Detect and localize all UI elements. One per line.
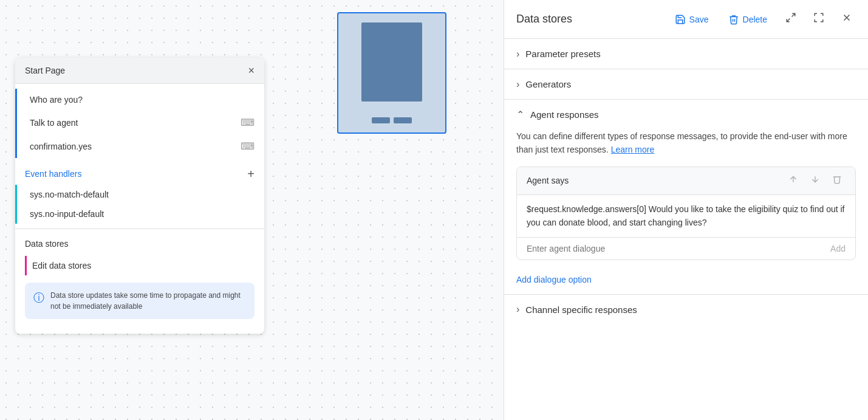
event-bar xyxy=(15,185,17,204)
flow-card-buttons xyxy=(372,117,412,123)
agent-responses-title: Agent responses xyxy=(530,109,599,120)
nav-item-confirmation-yes[interactable]: confirmation.yes ⌨ xyxy=(15,134,264,158)
document-icon: ⌨ xyxy=(241,140,255,152)
center-panel xyxy=(279,0,504,420)
nav-active-bar xyxy=(15,89,17,111)
save-label: Save xyxy=(689,15,709,24)
sidebar-card: Start Page × Who are you? Talk to agent … xyxy=(15,58,264,334)
agent-responses-desc-text: You can define different types of respon… xyxy=(516,131,847,154)
channel-responses-section[interactable]: › Channel specific responses xyxy=(504,295,868,325)
data-stores-bar xyxy=(25,256,27,275)
parameter-presets-title: Parameter presets xyxy=(525,49,600,59)
generators-section[interactable]: › Generators xyxy=(504,69,868,100)
nav-item-who-are-you[interactable]: Who are you? xyxy=(15,89,264,111)
data-stores-section: Data stores Edit data stores xyxy=(15,229,264,275)
learn-more-link[interactable]: Learn more xyxy=(611,145,655,154)
info-box: ⓘ Data store updates take some time to p… xyxy=(25,283,255,319)
agent-responses-section: ⌃ Agent responses You can define differe… xyxy=(504,100,868,295)
trash-icon xyxy=(832,174,842,184)
right-panel-title: Data stores xyxy=(516,13,660,26)
sidebar-content: Who are you? Talk to agent ⌨ confirmatio… xyxy=(15,84,264,334)
data-stores-link[interactable]: Edit data stores xyxy=(25,256,255,275)
expand-icon xyxy=(785,12,796,23)
chevron-down-icon: › xyxy=(516,49,519,59)
event-item-no-match[interactable]: sys.no-match-default xyxy=(15,185,264,204)
event-bar xyxy=(15,204,17,224)
agent-says-content: $request.knowledge.answers[0] Would you … xyxy=(517,195,855,238)
event-item-no-input[interactable]: sys.no-input-default xyxy=(15,204,264,224)
right-panel: Data stores Save Delete xyxy=(504,0,868,420)
info-text: Data store updates take some time to pro… xyxy=(50,290,246,312)
agent-dialogue-input[interactable] xyxy=(527,244,830,253)
sidebar-close-button[interactable]: × xyxy=(248,65,255,76)
add-event-handler-button[interactable]: + xyxy=(247,168,255,180)
event-handlers-title: Event handlers xyxy=(25,169,81,179)
move-up-button[interactable] xyxy=(785,173,802,188)
data-stores-link-label: Edit data stores xyxy=(32,261,91,270)
nav-item-talk-to-agent[interactable]: Talk to agent ⌨ xyxy=(15,111,264,134)
sidebar-title: Start Page xyxy=(25,66,65,75)
event-item-label: sys.no-match-default xyxy=(30,190,109,199)
flow-card-btn-1 xyxy=(372,117,390,123)
flow-diagram-card xyxy=(337,12,446,134)
nav-active-bar xyxy=(15,111,17,134)
left-panel: Start Page × Who are you? Talk to agent … xyxy=(0,0,279,420)
chevron-down-icon: › xyxy=(516,305,519,314)
agent-says-input-row: Add xyxy=(517,238,855,260)
nav-item-label: confirmation.yes xyxy=(30,142,92,151)
nav-item-label: Who are you? xyxy=(30,95,83,105)
agent-says-box: Agent says xyxy=(516,167,856,260)
save-button[interactable]: Save xyxy=(670,12,714,27)
flow-card-btn-2 xyxy=(394,117,412,123)
delete-response-button[interactable] xyxy=(829,173,846,188)
svg-line-0 xyxy=(792,13,795,16)
flow-card-inner xyxy=(361,22,422,102)
event-item-label: sys.no-input-default xyxy=(30,209,104,219)
move-down-button[interactable] xyxy=(807,173,824,188)
sidebar-header: Start Page × xyxy=(15,58,264,84)
delete-icon xyxy=(728,14,739,25)
agent-says-label: Agent says xyxy=(527,176,780,185)
agent-responses-description: You can define different types of respon… xyxy=(516,129,856,167)
close-panel-button[interactable] xyxy=(838,10,856,29)
right-panel-header: Data stores Save Delete xyxy=(504,0,868,39)
dialogue-add-button[interactable]: Add xyxy=(830,244,846,253)
parameter-presets-section[interactable]: › Parameter presets xyxy=(504,39,868,69)
event-handlers-section-header: Event handlers + xyxy=(15,158,264,185)
expand-button[interactable] xyxy=(782,10,800,29)
info-icon: ⓘ xyxy=(33,291,44,305)
nav-item-label: Talk to agent xyxy=(30,118,78,128)
document-icon: ⌨ xyxy=(241,117,255,128)
data-stores-title: Data stores xyxy=(25,239,255,249)
chevron-up-icon: ⌃ xyxy=(516,110,524,120)
delete-button[interactable]: Delete xyxy=(723,12,772,27)
chevron-down-icon: › xyxy=(516,80,519,89)
generators-title: Generators xyxy=(525,79,571,89)
resize-button[interactable] xyxy=(810,10,828,29)
channel-responses-title: Channel specific responses xyxy=(525,305,637,315)
delete-label: Delete xyxy=(743,15,767,24)
save-icon xyxy=(675,14,686,25)
add-dialogue-option-button[interactable]: Add dialogue option xyxy=(516,270,592,294)
agent-says-header: Agent says xyxy=(517,167,855,195)
agent-responses-header[interactable]: ⌃ Agent responses xyxy=(516,100,856,129)
arrow-up-icon xyxy=(788,174,798,184)
resize-icon xyxy=(813,12,824,23)
nav-active-bar xyxy=(15,134,17,158)
close-icon xyxy=(841,12,852,23)
arrow-down-icon xyxy=(810,174,820,184)
svg-line-1 xyxy=(787,19,790,22)
